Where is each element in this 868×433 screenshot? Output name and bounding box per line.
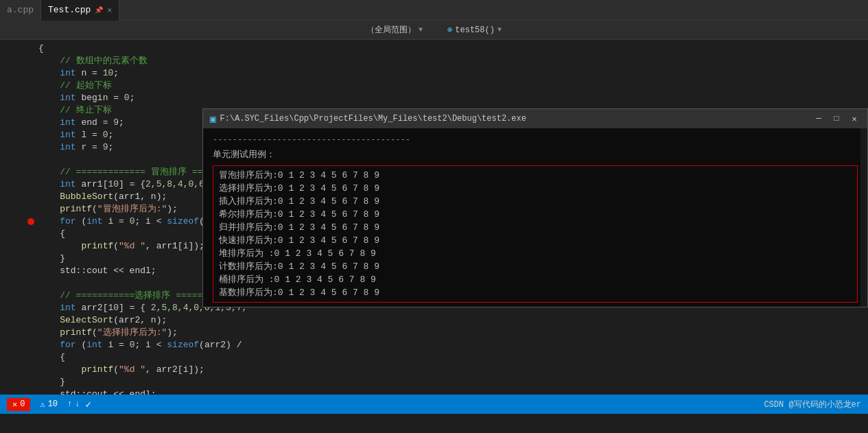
error-x-icon: ✕: [12, 399, 17, 410]
tab-test-cpp[interactable]: Test.cpp 📌 ✕: [41, 0, 119, 21]
popup-icon: ▣: [210, 113, 215, 125]
func-dropdown-arrow: ▼: [497, 26, 502, 34]
popup-window: ▣ F:\A.SYC_Files\Cpp\ProjectFiles\My_Fil…: [202, 108, 868, 307]
func-dropdown-label: test58(): [455, 25, 495, 35]
check-icon: ✓: [85, 399, 91, 410]
popup-maximize-btn[interactable]: □: [830, 113, 843, 125]
result-shell-sort: 希尔排序后为:0 1 2 3 4 5 6 7 8 9: [219, 208, 852, 221]
result-select-sort: 选择排序后为:0 1 2 3 4 5 6 7 8 9: [219, 182, 852, 195]
result-heap-sort: 堆排序后为 :0 1 2 3 4 5 6 7 8 9: [219, 247, 852, 260]
status-warning-count[interactable]: ⚠ 10: [36, 398, 62, 411]
result-radix-sort: 基数排序后为:0 1 2 3 4 5 6 7 8 9: [219, 286, 852, 299]
popup-minimize-btn[interactable]: —: [812, 113, 825, 125]
scope-dropdown-label: （全局范围）: [366, 24, 416, 36]
arrow-down-icon[interactable]: ↓: [75, 399, 80, 409]
result-quick-sort: 快速排序后为:0 1 2 3 4 5 6 7 8 9: [219, 234, 852, 247]
func-dropdown[interactable]: ⊕ test58() ▼: [442, 23, 507, 36]
result-bubble-sort: 冒泡排序后为:0 1 2 3 4 5 6 7 8 9: [219, 169, 852, 182]
code-line: printf("%d ", arr2[i]);: [0, 364, 868, 376]
code-line: }: [0, 376, 868, 388]
editor-area: { // 数组中的元素个数 int n = 10; // 起始下标: [0, 40, 868, 414]
warning-triangle-icon: ⚠: [40, 399, 45, 410]
popup-results-box: 冒泡排序后为:0 1 2 3 4 5 6 7 8 9 选择排序后为:0 1 2 …: [213, 165, 858, 303]
tab-a-cpp[interactable]: a.cpp: [0, 0, 41, 21]
tab-test-cpp-label: Test.cpp: [48, 5, 91, 15]
code-line: {: [0, 351, 868, 364]
result-insert-sort: 插入排序后为:0 1 2 3 4 5 6 7 8 9: [219, 195, 852, 208]
code-line: int n = 10;: [0, 67, 868, 80]
popup-close-btn[interactable]: ✕: [848, 113, 860, 125]
popup-controls: — □ ✕: [812, 113, 860, 125]
popup-divider-top: ----------------------------------------: [213, 134, 858, 146]
popup-unit-test-label: 单元测试用例：: [213, 149, 858, 161]
tab-close-icon[interactable]: ✕: [107, 5, 112, 14]
warning-count-label: 10: [48, 399, 58, 409]
status-left: ✕ 0 ⚠ 10 ↑ ↓ ✓: [7, 398, 91, 411]
code-line: {: [0, 43, 868, 55]
status-error-count[interactable]: ✕ 0: [7, 398, 30, 411]
toolbar: （全局范围） ▼ ⊕ test58() ▼: [0, 21, 868, 40]
status-bar: ✕ 0 ⚠ 10 ↑ ↓ ✓ CSDN @写代码的小恐龙er: [0, 395, 868, 414]
arrow-up-icon[interactable]: ↑: [67, 399, 72, 409]
popup-content: ----------------------------------------…: [203, 128, 867, 307]
code-line: // 起始下标: [0, 80, 868, 92]
code-line: // 数组中的元素个数: [0, 55, 868, 67]
status-arrows: ↑ ↓: [67, 399, 80, 409]
scope-dropdown-arrow: ▼: [419, 26, 423, 34]
error-count-label: 0: [20, 399, 25, 409]
result-count-sort: 计数排序后为:0 1 2 3 4 5 6 7 8 9: [219, 260, 852, 273]
scope-dropdown[interactable]: （全局范围） ▼: [361, 23, 428, 37]
code-line: for (int i = 0; i < sizeof(arr2) /: [0, 339, 868, 351]
result-merge-sort: 归并排序后为:0 1 2 3 4 5 6 7 8 9: [219, 221, 852, 234]
tab-bar: a.cpp Test.cpp 📌 ✕: [0, 0, 868, 21]
popup-title-text: F:\A.SYC_Files\Cpp\ProjectFiles\My_Files…: [220, 114, 526, 124]
result-bucket-sort: 桶排序后为 :0 1 2 3 4 5 6 7 8 9: [219, 273, 852, 286]
code-line: SelectSort(arr2, n);: [0, 314, 868, 327]
popup-title-area: ▣ F:\A.SYC_Files\Cpp\ProjectFiles\My_Fil…: [210, 113, 526, 125]
status-watermark: CSDN @写代码的小恐龙er: [764, 399, 861, 410]
tab-a-cpp-label: a.cpp: [7, 5, 34, 15]
func-dropdown-icon: ⊕: [447, 25, 452, 35]
popup-scrollbar[interactable]: [860, 128, 867, 307]
code-line: int begin = 0;: [0, 92, 868, 104]
code-line: printf("选择排序后为:");: [0, 327, 868, 339]
popup-titlebar: ▣ F:\A.SYC_Files\Cpp\ProjectFiles\My_Fil…: [203, 109, 867, 128]
tab-pin-icon: 📌: [95, 6, 103, 14]
